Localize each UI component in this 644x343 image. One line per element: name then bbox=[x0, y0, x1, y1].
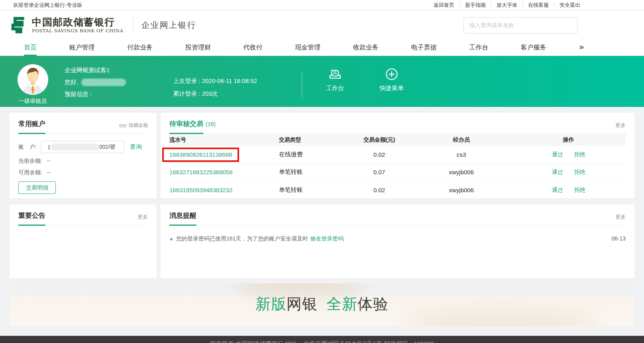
reject-link[interactable]: 拒绝 bbox=[574, 151, 585, 158]
menu-search-box[interactable] bbox=[463, 17, 578, 34]
quick-menu-button[interactable]: 快捷菜单 bbox=[368, 56, 415, 107]
col-serial: 流水号 bbox=[169, 136, 279, 144]
topbar-links: 返回首页 新手指南 放大字体 在线客服 安全退出 bbox=[428, 2, 580, 8]
change-password-link[interactable]: 修改登录密码 bbox=[310, 235, 344, 242]
nav-tab-investment[interactable]: 投资理财 bbox=[185, 40, 211, 56]
header: 中国邮政储蓄银行 POSTAL SAVINGS BANK OF CHINA 企业… bbox=[0, 10, 644, 40]
account-number-suffix: 002/硬 bbox=[99, 144, 116, 151]
welcome-text: 欢迎登录企业网上银行-专业版 bbox=[13, 2, 82, 9]
messages-more-link[interactable]: 更多 bbox=[615, 213, 626, 225]
nav-tab-payment[interactable]: 付款业务 bbox=[127, 40, 153, 56]
topbar: 欢迎登录企业网上银行-专业版 返回首页 新手指南 放大字体 在线客服 安全退出 bbox=[0, 0, 644, 10]
transaction-type: 在线缴费 bbox=[279, 151, 348, 158]
transaction-amount: 0.02 bbox=[348, 151, 411, 158]
highlight-red-box: 1663890826113138688 bbox=[162, 148, 239, 162]
quick-menu-label: 快捷菜单 bbox=[368, 85, 415, 92]
pending-table-header: 流水号 交易类型 交易金额(元) 经办员 操作 bbox=[169, 134, 626, 146]
serial-link[interactable]: 1663890826113138688 bbox=[169, 151, 232, 158]
nav-tab-cash-mgmt[interactable]: 现金管理 bbox=[295, 40, 320, 56]
nav-tab-receivables[interactable]: 收款业务 bbox=[353, 40, 379, 56]
pending-more-link[interactable]: 更多 bbox=[615, 122, 626, 134]
col-operation: 操作 bbox=[512, 136, 626, 144]
transaction-type: 单笔转账 bbox=[279, 168, 348, 176]
transaction-type: 单笔转账 bbox=[279, 186, 348, 194]
login-stats: 上次登录 : 2020-06-11 16:08:52 累计登录 : 203次 bbox=[173, 56, 257, 107]
portal-title: 企业网上银行 bbox=[141, 20, 196, 31]
promo-slogan: 新版网银全新体验 bbox=[10, 283, 634, 325]
footer: 版权所有 中国邮政储蓄银行 地址：北京市西城区金融大街3号A座 邮政编码：100… bbox=[0, 336, 644, 343]
reserved-info-label: 预留信息 : bbox=[65, 90, 126, 99]
nav-tab-ebill[interactable]: 电子票据 bbox=[411, 40, 436, 56]
link-safe-logout[interactable]: 安全退出 bbox=[554, 2, 580, 8]
pending-transactions-title: 待审核交易 bbox=[169, 119, 203, 134]
reject-link[interactable]: 拒绝 bbox=[574, 187, 585, 193]
link-beginner-guide[interactable]: 新手指南 bbox=[460, 2, 491, 8]
announcements-panel: 重要公告 更多 bbox=[10, 205, 157, 278]
message-item: 您的登录密码已使用161天，为了您的账户安全请及时 修改登录密码 06-13 bbox=[169, 235, 626, 242]
link-online-service[interactable]: 在线客服 bbox=[523, 2, 554, 8]
total-login-text: 累计登录 : 203次 bbox=[173, 90, 257, 98]
hide-amount-link[interactable]: 隐藏金额 bbox=[119, 122, 148, 134]
frequent-accounts-panel: 常用账户 隐藏金额 账 户: 1 002/硬 查询 bbox=[10, 113, 157, 198]
available-balance-value: -- bbox=[47, 169, 51, 175]
workbench-button[interactable]: 工作台 bbox=[312, 56, 359, 107]
logo-text: 中国邮政储蓄银行 POSTAL SAVINGS BANK OF CHINA bbox=[32, 17, 124, 34]
nav-tab-home[interactable]: 首页 bbox=[24, 40, 37, 56]
table-row: 1663890826113138688 在线缴费 0.02 cs3 通过 拒绝 bbox=[169, 146, 626, 164]
announcements-title: 重要公告 bbox=[18, 211, 45, 226]
approve-link[interactable]: 通过 bbox=[552, 169, 563, 175]
announcements-more-link[interactable]: 更多 bbox=[137, 213, 148, 225]
banner-divider bbox=[302, 72, 302, 97]
workbench-label: 工作台 bbox=[312, 85, 359, 92]
promo-banner: 新版网银全新体验 bbox=[10, 283, 634, 326]
nav-tab-account-mgmt[interactable]: 账户管理 bbox=[69, 40, 95, 56]
user-banner: 一级审核员 企业网银测试客1 您好, 预留信息 : 上次登录 : 2020-06… bbox=[0, 56, 644, 107]
serial-link[interactable]: 1663271663225389056 bbox=[169, 169, 233, 175]
greeting-text: 您好, bbox=[65, 79, 78, 86]
query-link[interactable]: 查询 bbox=[130, 143, 142, 151]
double-chevron-right-icon[interactable]: » bbox=[579, 40, 584, 56]
reject-link[interactable]: 拒绝 bbox=[574, 169, 585, 175]
pending-count-badge: (16) bbox=[206, 121, 216, 132]
avatar-block: 一级审核员 bbox=[10, 56, 55, 107]
psbc-emblem-icon bbox=[10, 16, 28, 34]
message-reminder-panel: 消息提醒 更多 您的登录密码已使用161天，为了您的账户安全请及时 修改登录密码… bbox=[161, 205, 634, 278]
link-enlarge-font[interactable]: 放大字体 bbox=[491, 2, 523, 8]
bank-name-cn: 中国邮政储蓄银行 bbox=[32, 17, 124, 28]
table-row: 1663185093948383232 单笔转账 0.02 xwyjb006 通… bbox=[169, 181, 626, 199]
workbench-icon bbox=[328, 67, 342, 81]
transaction-operator: xwyjb006 bbox=[411, 169, 512, 175]
copyright-text: 版权所有 中国邮政储蓄银行 地址：北京市西城区金融大街3号A座 邮政编码：100… bbox=[210, 340, 434, 343]
current-balance-label: 当前余额: bbox=[18, 158, 42, 164]
nav-tab-workbench[interactable]: 工作台 bbox=[469, 40, 488, 56]
current-balance-value: -- bbox=[47, 158, 51, 164]
pending-transactions-panel: 待审核交易 (16) 更多 流水号 交易类型 交易金额(元) 经办员 操作 16… bbox=[161, 113, 634, 198]
menu-search-input[interactable] bbox=[469, 22, 572, 28]
transaction-amount: 0.02 bbox=[348, 187, 411, 193]
approve-link[interactable]: 通过 bbox=[552, 151, 563, 158]
transaction-amount: 0.07 bbox=[348, 169, 411, 175]
promo-part3: 全新 bbox=[326, 296, 357, 312]
transaction-detail-button[interactable]: 交易明细 bbox=[18, 181, 56, 194]
nav-tab-collection-payment[interactable]: 代收付 bbox=[243, 40, 263, 56]
promo-part1: 新版 bbox=[255, 296, 287, 312]
avatar bbox=[18, 64, 48, 95]
col-operator: 经办员 bbox=[411, 136, 512, 144]
account-select[interactable]: 1 002/硬 bbox=[41, 141, 124, 153]
serial-link[interactable]: 1663185093948383232 bbox=[169, 187, 233, 193]
header-divider bbox=[133, 18, 134, 32]
redacted-username bbox=[81, 79, 126, 86]
nav-tab-customer-service[interactable]: 客户服务 bbox=[521, 40, 546, 56]
account-number-prefix: 1 bbox=[47, 144, 51, 150]
link-return-home[interactable]: 返回首页 bbox=[428, 2, 460, 8]
col-type: 交易类型 bbox=[279, 136, 348, 144]
table-row: 1663271663225389056 单笔转账 0.07 xwyjb006 通… bbox=[169, 164, 626, 181]
bank-name-en: POSTAL SAVINGS BANK OF CHINA bbox=[32, 28, 124, 34]
approve-link[interactable]: 通过 bbox=[552, 187, 563, 193]
message-reminder-title: 消息提醒 bbox=[169, 211, 196, 226]
redacted-account-number bbox=[51, 144, 98, 150]
bank-logo: 中国邮政储蓄银行 POSTAL SAVINGS BANK OF CHINA bbox=[10, 16, 124, 34]
transaction-operator: cs3 bbox=[411, 151, 512, 158]
transaction-operator: xwyjb006 bbox=[411, 187, 512, 193]
main-content: 常用账户 隐藏金额 账 户: 1 002/硬 查询 bbox=[0, 107, 644, 278]
